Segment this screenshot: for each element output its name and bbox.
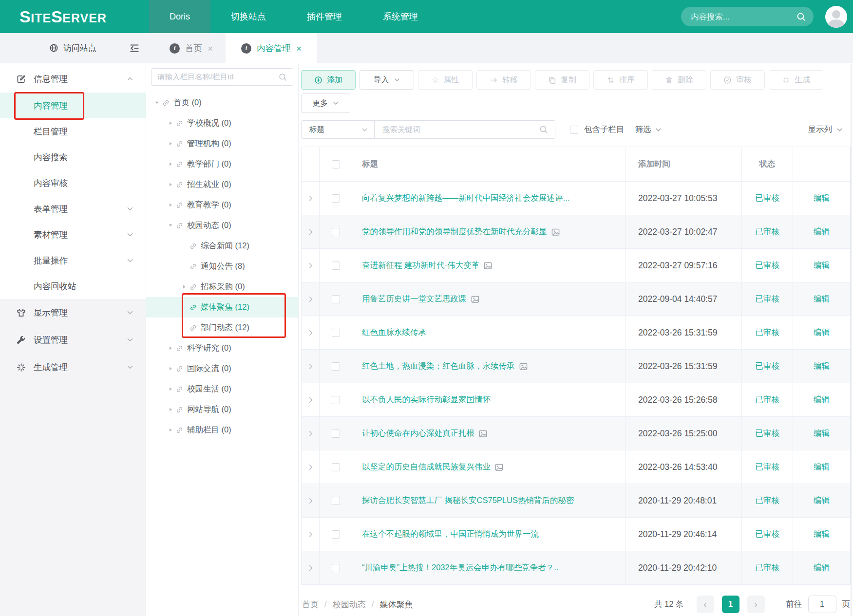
row-title-link[interactable]: 红色血脉永续传承 xyxy=(362,327,426,338)
search-icon[interactable] xyxy=(796,12,806,21)
sidebar-item-素材管理[interactable]: 素材管理 xyxy=(0,222,146,247)
tab-内容管理[interactable]: i内容管理× xyxy=(226,33,317,63)
row-checkbox[interactable] xyxy=(332,194,340,203)
goto-page-input[interactable] xyxy=(808,596,836,613)
sidebar-item-内容搜索[interactable]: 内容搜索 xyxy=(0,144,146,170)
caret-right-icon[interactable] xyxy=(166,427,175,433)
chevron-right-icon[interactable] xyxy=(307,430,314,437)
edit-link[interactable]: 编辑 xyxy=(814,529,830,540)
close-icon[interactable]: × xyxy=(296,44,302,53)
next-page-button[interactable]: › xyxy=(747,596,765,613)
chevron-right-icon[interactable] xyxy=(307,464,314,471)
row-title-link[interactable]: 党的领导作用和党的领导制度优势在新时代充分彰显 xyxy=(362,226,560,237)
row-checkbox[interactable] xyxy=(332,329,340,337)
row-title-link[interactable]: 用鲁艺历史讲一堂文艺思政课 xyxy=(362,294,480,304)
edit-link[interactable]: 编辑 xyxy=(814,495,830,506)
chevron-right-icon[interactable] xyxy=(307,363,314,370)
chevron-right-icon[interactable] xyxy=(307,497,314,504)
header-search-input[interactable] xyxy=(691,12,796,21)
caret-right-icon[interactable] xyxy=(166,345,175,351)
sidebar-group-信息管理[interactable]: 信息管理 xyxy=(0,65,146,93)
caret-right-icon[interactable] xyxy=(166,141,175,147)
添加-button[interactable]: 添加 xyxy=(301,70,356,90)
chevron-right-icon[interactable] xyxy=(307,564,314,572)
sidebar-item-批量操作[interactable]: 批量操作 xyxy=(0,247,146,273)
breadcrumb-item[interactable]: 媒体聚焦 xyxy=(379,599,413,610)
sidebar-group-生成管理[interactable]: 生成管理 xyxy=(0,354,146,381)
tree-node-网站导航[interactable]: 网站导航 (0) xyxy=(146,399,298,420)
row-title-link[interactable]: 红色土地，热血浸染；红色血脉，永续传承 xyxy=(362,361,528,372)
row-title-link[interactable]: 以不负人民的实际行动彰显家国情怀 xyxy=(362,394,491,405)
search-icon[interactable] xyxy=(279,73,287,81)
header-nav-item-2[interactable]: 系统管理 xyxy=(362,0,438,33)
edit-link[interactable]: 编辑 xyxy=(814,394,830,405)
row-checkbox[interactable] xyxy=(332,530,340,539)
close-icon[interactable]: × xyxy=(208,44,213,53)
chevron-right-icon[interactable] xyxy=(307,396,314,404)
user-avatar[interactable] xyxy=(825,6,847,28)
filter-toggle[interactable]: 筛选 xyxy=(635,124,662,135)
导入-button[interactable]: 导入 xyxy=(360,70,414,90)
tree-node-教育教学[interactable]: 教育教学 (0) xyxy=(146,195,298,215)
edit-link[interactable]: 编辑 xyxy=(814,361,830,372)
collapse-sidebar-icon[interactable] xyxy=(129,43,140,54)
tree-node-科学研究[interactable]: 科学研究 (0) xyxy=(146,338,298,358)
keyword-input[interactable] xyxy=(382,125,539,134)
caret-right-icon[interactable] xyxy=(166,182,175,187)
row-checkbox[interactable] xyxy=(332,362,340,371)
sidebar-group-显示管理[interactable]: 显示管理 xyxy=(0,299,146,326)
edit-link[interactable]: 编辑 xyxy=(814,226,830,237)
tree-node-校园动态[interactable]: 校园动态 (0) xyxy=(146,215,298,236)
tree-node-辅助栏目[interactable]: 辅助栏目 (0) xyxy=(146,420,298,440)
row-title-link[interactable]: “川渝申奥”上热搜！2032年奥运会申办有哪些竞争者？.. xyxy=(362,562,558,573)
row-title-link[interactable]: 让初心使命在内心深处真正扎根 xyxy=(362,428,488,439)
caret-right-icon[interactable] xyxy=(166,202,175,208)
include-children-checkbox[interactable] xyxy=(570,126,578,134)
row-checkbox[interactable] xyxy=(332,497,340,505)
tree-node-管理机构[interactable]: 管理机构 (0) xyxy=(146,133,298,154)
tree-node-部门动态[interactable]: 部门动态 (12) xyxy=(146,317,298,338)
row-title-link[interactable]: 向着复兴梦想的新跨越——新时代中国经济社会发展述评... xyxy=(362,193,569,204)
caret-right-icon[interactable] xyxy=(166,386,175,392)
edit-link[interactable]: 编辑 xyxy=(814,193,830,204)
edit-link[interactable]: 编辑 xyxy=(814,327,830,338)
chevron-right-icon[interactable] xyxy=(307,195,314,202)
sidebar-group-设置管理[interactable]: 设置管理 xyxy=(0,326,146,354)
tree-node-教学部门[interactable]: 教学部门 (0) xyxy=(146,154,298,174)
tree-node-首页[interactable]: 首页 (0) xyxy=(146,93,298,113)
row-checkbox[interactable] xyxy=(332,396,340,404)
breadcrumb-item[interactable]: 首页 xyxy=(302,599,319,610)
header-nav-item-0[interactable]: 切换站点 xyxy=(210,0,286,33)
tree-node-校园生活[interactable]: 校园生活 (0) xyxy=(146,379,298,399)
page-number-current[interactable]: 1 xyxy=(722,596,739,613)
scrollbar[interactable] xyxy=(851,64,852,616)
tree-node-综合新闻[interactable]: 综合新闻 (12) xyxy=(146,236,298,256)
edit-link[interactable]: 编辑 xyxy=(814,260,830,271)
edit-link[interactable]: 编辑 xyxy=(814,462,830,472)
tab-首页[interactable]: i首页× xyxy=(157,33,226,63)
chevron-right-icon[interactable] xyxy=(307,262,314,269)
search-icon[interactable] xyxy=(539,125,548,134)
chevron-right-icon[interactable] xyxy=(307,228,314,236)
tree-node-通知公告[interactable]: 通知公告 (8) xyxy=(146,256,298,277)
sidebar-item-内容管理[interactable]: 内容管理 xyxy=(0,93,146,118)
chevron-right-icon[interactable] xyxy=(307,329,314,336)
sidebar-item-内容回收站[interactable]: 内容回收站 xyxy=(0,273,146,299)
caret-right-icon[interactable] xyxy=(179,284,189,290)
caret-right-icon[interactable] xyxy=(166,120,175,126)
sidebar-item-内容审核[interactable]: 内容审核 xyxy=(0,170,146,196)
row-checkbox[interactable] xyxy=(332,228,340,236)
sidebar-item-栏目管理[interactable]: 栏目管理 xyxy=(0,118,146,144)
caret-down-icon[interactable] xyxy=(166,223,175,228)
chevron-right-icon[interactable] xyxy=(307,296,314,303)
row-checkbox[interactable] xyxy=(332,429,340,438)
nav-site-doris[interactable]: Doris xyxy=(149,0,210,33)
tree-node-媒体聚焦[interactable]: 媒体聚焦 (12) xyxy=(146,297,298,317)
sidebar-item-表单管理[interactable]: 表单管理 xyxy=(0,196,146,222)
more-button[interactable]: 更多 xyxy=(301,93,350,113)
tree-node-学校概况[interactable]: 学校概况 (0) xyxy=(146,113,298,133)
tree-node-招标采购[interactable]: 招标采购 (0) xyxy=(146,277,298,297)
visit-site-button[interactable]: 访问站点 xyxy=(0,33,146,63)
row-title-link[interactable]: 以坚定的历史自信成就民族复兴伟业 xyxy=(362,462,504,472)
header-nav-item-1[interactable]: 插件管理 xyxy=(286,0,362,33)
